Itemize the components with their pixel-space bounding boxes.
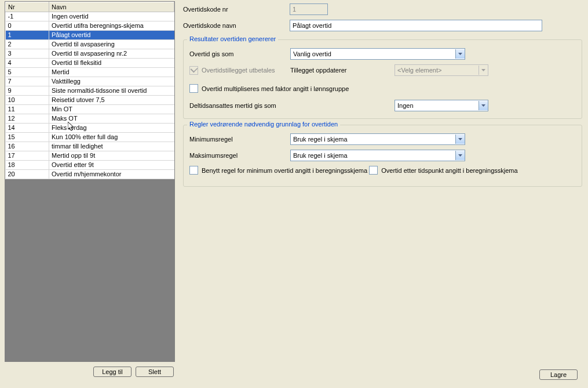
cell-navn[interactable]: Ingen overtid bbox=[49, 12, 174, 21]
name-field[interactable] bbox=[290, 20, 542, 31]
save-button[interactable]: Lagre bbox=[539, 369, 578, 380]
cell-navn[interactable]: timmar till ledighet bbox=[49, 142, 174, 151]
results-groupbox-legend: Resultater overtiden genererer bbox=[187, 35, 278, 42]
cell-nr[interactable]: 20 bbox=[6, 170, 49, 179]
table-row[interactable]: 17Mertid opp til 9t bbox=[6, 151, 174, 161]
table-row[interactable]: 20Overtid m/hjemmekontor bbox=[6, 170, 174, 179]
name-label: Overtidskode navn bbox=[183, 22, 290, 29]
rules-cb2[interactable]: Overtid etter tidspunkt angitt i beregni… bbox=[369, 166, 517, 175]
cell-nr[interactable]: 10 bbox=[6, 96, 49, 105]
table-row[interactable]: 15Kun 100% etter full dag bbox=[6, 133, 174, 142]
table-row[interactable]: 14Fleks lørdag bbox=[6, 124, 174, 133]
table-row[interactable]: 16timmar till ledighet bbox=[6, 142, 174, 151]
table-row[interactable]: 5Mertid bbox=[6, 68, 174, 77]
table-row[interactable]: 11Min OT bbox=[6, 105, 174, 114]
delete-button[interactable]: Slett bbox=[136, 367, 174, 377]
max-rule-label: Maksimumsregel bbox=[189, 152, 290, 159]
results-groupbox: Resultater overtiden genererer Overtid g… bbox=[183, 39, 582, 119]
cell-nr[interactable]: 12 bbox=[6, 114, 49, 124]
chevron-down-icon bbox=[455, 135, 465, 144]
table-row[interactable]: 0Overtid utifra beregnings-skjema bbox=[6, 21, 174, 31]
cell-navn[interactable]: Overtid til avspasering nr.2 bbox=[49, 49, 174, 59]
parttime-label: Deltidsansattes mertid gis som bbox=[189, 102, 395, 109]
rules-cb1[interactable]: Benytt regel for minimum overtid angitt … bbox=[189, 166, 367, 175]
overtime-codes-grid-panel: Nr Navn -1Ingen overtid0Overtid utifra b… bbox=[5, 1, 175, 362]
cell-navn[interactable]: Fleks lørdag bbox=[49, 124, 174, 133]
min-rule-label: Minimumsregel bbox=[189, 136, 290, 143]
table-row[interactable]: 9Siste normaltid-tidssone til overtid bbox=[6, 86, 174, 96]
table-row[interactable]: 4Overtid til fleksitid bbox=[6, 59, 174, 68]
cell-navn[interactable]: Siste normaltid-tidssone til overtid bbox=[49, 86, 174, 96]
table-row[interactable]: 18Overtid etter 9t bbox=[6, 161, 174, 170]
col-header-nr[interactable]: Nr bbox=[6, 2, 49, 12]
cell-navn[interactable]: Mertid opp til 9t bbox=[49, 151, 174, 161]
cell-nr[interactable]: 17 bbox=[6, 151, 49, 161]
cell-navn[interactable]: Overtid til fleksitid bbox=[49, 59, 174, 68]
min-rule-combo[interactable]: Bruk regel i skjema bbox=[290, 133, 465, 145]
cell-navn[interactable]: Mertid bbox=[49, 68, 174, 77]
cell-nr[interactable]: 15 bbox=[6, 133, 49, 142]
table-row[interactable]: 2Overtid til avspasering bbox=[6, 40, 174, 49]
table-row[interactable]: 3Overtid til avspasering nr.2 bbox=[6, 49, 174, 59]
cell-nr[interactable]: 7 bbox=[6, 77, 49, 86]
cell-navn[interactable]: Vakttillegg bbox=[49, 77, 174, 86]
cell-navn[interactable]: Min OT bbox=[49, 105, 174, 114]
table-row[interactable]: 12Maks OT bbox=[6, 114, 174, 124]
table-row[interactable]: 7Vakttillegg bbox=[6, 77, 174, 86]
cell-navn[interactable]: Overtid til avspasering bbox=[49, 40, 174, 49]
cell-nr[interactable]: 0 bbox=[6, 21, 49, 31]
cell-navn[interactable]: Overtid m/hjemmekontor bbox=[49, 170, 174, 179]
id-field: 1 bbox=[290, 3, 328, 15]
cell-navn[interactable]: Overtid etter 9t bbox=[49, 161, 174, 170]
cell-nr[interactable]: -1 bbox=[6, 12, 49, 21]
cell-navn[interactable]: Kun 100% etter full dag bbox=[49, 133, 174, 142]
cell-navn[interactable]: Overtid utifra beregnings-skjema bbox=[49, 21, 174, 31]
cell-nr[interactable]: 11 bbox=[6, 105, 49, 114]
table-row[interactable]: 1Pålagt overtid bbox=[6, 31, 174, 40]
table-row[interactable]: 10Reisetid utover 7,5 bbox=[6, 96, 174, 105]
overtime-codes-table[interactable]: Nr Navn -1Ingen overtid0Overtid utifra b… bbox=[5, 2, 174, 179]
cell-nr[interactable]: 9 bbox=[6, 86, 49, 96]
update-combo: <Velg element> bbox=[395, 64, 488, 76]
overtime-as-label: Overtid gis som bbox=[189, 50, 290, 57]
chevron-down-icon bbox=[455, 49, 465, 59]
cell-nr[interactable]: 3 bbox=[6, 49, 49, 59]
id-label: Overtidskode nr bbox=[183, 6, 290, 13]
cell-navn[interactable]: Reisetid utover 7,5 bbox=[49, 96, 174, 105]
add-button[interactable]: Legg til bbox=[93, 367, 132, 377]
cell-nr[interactable]: 16 bbox=[6, 142, 49, 151]
rules-groupbox: Regler vedrørende nødvendig grunnlag for… bbox=[183, 125, 582, 187]
chevron-down-icon bbox=[479, 101, 488, 110]
cell-nr[interactable]: 2 bbox=[6, 40, 49, 49]
checkbox-icon bbox=[189, 166, 198, 175]
chevron-down-icon bbox=[479, 66, 488, 75]
checkbox-icon bbox=[189, 66, 198, 75]
max-rule-combo[interactable]: Bruk regel i skjema bbox=[290, 150, 465, 161]
parttime-combo[interactable]: Ingen bbox=[395, 100, 488, 111]
cell-navn[interactable]: Maks OT bbox=[49, 114, 174, 124]
cell-nr[interactable]: 5 bbox=[6, 68, 49, 77]
col-header-navn[interactable]: Navn bbox=[49, 2, 174, 12]
overtime-as-combo[interactable]: Vanlig overtid bbox=[290, 48, 465, 60]
update-label: Tillegget oppdaterer bbox=[290, 67, 360, 74]
checkbox-icon bbox=[369, 166, 378, 175]
rules-groupbox-legend: Regler vedrørende nødvendig grunnlag for… bbox=[187, 121, 340, 128]
chevron-down-icon bbox=[455, 151, 465, 160]
cell-nr[interactable]: 4 bbox=[6, 59, 49, 68]
multiply-checkbox[interactable]: Overtid multipliseres med faktor angitt … bbox=[189, 84, 349, 93]
cell-nr[interactable]: 1 bbox=[6, 31, 49, 40]
cell-nr[interactable]: 18 bbox=[6, 161, 49, 170]
checkbox-icon bbox=[189, 84, 198, 93]
cell-navn[interactable]: Pålagt overtid bbox=[49, 31, 174, 40]
cell-nr[interactable]: 14 bbox=[6, 124, 49, 133]
paid-checkbox: Overtidstillegget utbetales bbox=[189, 66, 290, 75]
table-row[interactable]: -1Ingen overtid bbox=[6, 12, 174, 21]
